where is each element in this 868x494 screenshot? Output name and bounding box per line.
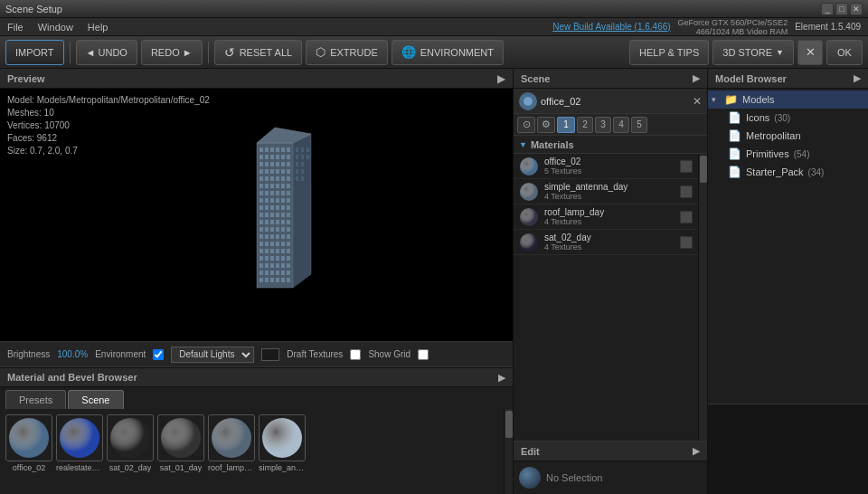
tab-scene[interactable]: Scene (68, 390, 123, 409)
close-window-button[interactable]: ✕ (850, 3, 863, 15)
material-item[interactable]: sat_02_day (107, 414, 154, 489)
material-thumbnail (259, 414, 306, 461)
svg-rect-71 (270, 227, 274, 232)
extrude-label: EXTRUDE (330, 47, 378, 58)
nav-icon-button[interactable]: ⊙ (517, 117, 535, 133)
svg-point-137 (520, 183, 538, 201)
reset-all-button[interactable]: ↺ RESET ALL (214, 40, 303, 65)
right-toolbar: HELP & TIPS 3D STORE ▼ ✕ OK (629, 40, 863, 65)
undo-button[interactable]: ◄ UNDO (76, 40, 137, 65)
store-button[interactable]: 3D STORE ▼ (712, 40, 794, 65)
redo-button[interactable]: REDO ► (141, 40, 203, 65)
grid-checkbox[interactable] (418, 349, 429, 360)
material-row[interactable]: office_025 Textures (514, 154, 698, 179)
material-row[interactable]: simple_antenna_day4 Textures (514, 179, 698, 204)
edit-header: Edit ▶ (514, 442, 707, 461)
tree-label: Icons (746, 112, 769, 123)
tree-count: (30) (774, 113, 790, 123)
svg-rect-34 (265, 184, 269, 188)
new-build-link[interactable]: New Build Available (1.6.466) (552, 22, 670, 32)
svg-rect-126 (301, 169, 304, 174)
svg-rect-53 (270, 205, 274, 210)
material-tabs: Presets Scene (0, 387, 513, 409)
svg-rect-122 (307, 155, 309, 159)
environment-button[interactable]: 🌐 ENVIRONMENT (392, 40, 504, 65)
material-item[interactable]: office_02 (5, 414, 52, 489)
svg-rect-12 (276, 155, 279, 159)
preview-canvas: Model: Models/Metropolitan/Metropolitan/… (0, 89, 513, 341)
menu-items: File Window Help (7, 22, 108, 33)
svg-rect-66 (276, 220, 279, 224)
menu-file[interactable]: File (7, 22, 24, 33)
extrude-button[interactable]: ⬡ EXTRUDE (306, 40, 388, 65)
minimize-button[interactable]: _ (821, 3, 834, 15)
browser-expand-icon[interactable]: ▶ (854, 72, 861, 84)
material-browser-title: Material and Bevel Browser (7, 372, 137, 383)
material-row[interactable]: sat_02_day4 Textures (514, 230, 698, 255)
material-label: roof_lamp_day (208, 463, 255, 472)
folder-icon: 📄 (728, 111, 741, 124)
svg-rect-51 (259, 205, 263, 210)
nav-settings-button[interactable]: ⚙ (537, 117, 555, 133)
preview-expand-icon[interactable]: ▶ (497, 72, 505, 85)
material-item[interactable]: sat_01_day (157, 414, 204, 489)
preview-header: Preview ▶ (0, 69, 513, 89)
tree-item-models[interactable]: ▾📁Models (708, 90, 868, 109)
help-button[interactable]: HELP & TIPS (629, 40, 709, 65)
tree-item-starter_pack[interactable]: 📄Starter_Pack(34) (708, 163, 868, 181)
svg-rect-39 (259, 191, 263, 195)
tree-item-metropolitan[interactable]: 📄Metropolitan (708, 127, 868, 145)
material-item[interactable]: simple_antenr (259, 414, 306, 489)
svg-rect-86 (287, 242, 290, 246)
material-item[interactable]: realestate_sig (56, 414, 103, 489)
material-scrollbar[interactable] (504, 409, 513, 494)
mat-info: simple_antenna_day4 Textures (544, 182, 675, 201)
mat-visibility-button[interactable] (680, 211, 693, 223)
material-thumbnail (157, 414, 204, 461)
tab-presets[interactable]: Presets (5, 390, 66, 409)
close-button[interactable]: ✕ (797, 40, 823, 65)
scene-expand-icon[interactable]: ▶ (693, 72, 700, 84)
menu-window[interactable]: Window (38, 22, 73, 33)
svg-point-131 (110, 418, 150, 458)
preview-section: Preview ▶ Model: Models/Metropolitan/Met… (0, 69, 513, 367)
material-expand-icon[interactable]: ▶ (498, 372, 505, 384)
svg-rect-33 (259, 184, 263, 188)
svg-rect-49 (281, 198, 285, 203)
svg-rect-80 (287, 234, 290, 239)
color-swatch[interactable] (261, 348, 279, 361)
svg-rect-98 (287, 256, 290, 261)
store-label: 3D STORE (722, 47, 772, 58)
mat-visibility-button[interactable] (680, 236, 693, 249)
nav-page-3[interactable]: 3 (595, 117, 611, 133)
tree-item-icons[interactable]: 📄Icons(30) (708, 109, 868, 127)
tree-item-primitives[interactable]: 📄Primitives(54) (708, 145, 868, 163)
svg-rect-58 (265, 213, 269, 217)
meshes-info: Meshes: 10 (7, 107, 210, 119)
environment-checkbox[interactable] (153, 349, 164, 360)
materials-scrollbar[interactable] (698, 154, 707, 441)
edit-expand-icon[interactable]: ▶ (693, 445, 700, 457)
lights-select[interactable]: Default Lights (171, 347, 254, 363)
tree-toggle-icon[interactable]: ▾ (712, 95, 722, 104)
mat-visibility-button[interactable] (680, 160, 693, 173)
tree-count: (34) (808, 167, 825, 177)
material-row[interactable]: roof_lamp_day4 Textures (514, 204, 698, 230)
nav-page-2[interactable]: 2 (577, 117, 593, 133)
material-item[interactable]: roof_lamp_day (208, 414, 255, 489)
svg-rect-23 (270, 169, 274, 174)
ok-button[interactable]: OK (826, 40, 863, 65)
nav-page-5[interactable]: 5 (631, 117, 647, 133)
svg-rect-67 (281, 220, 285, 224)
nav-page-1[interactable]: 1 (557, 117, 575, 133)
scene-close-button[interactable]: ✕ (693, 95, 702, 108)
maximize-button[interactable]: □ (835, 3, 848, 15)
mat-visibility-button[interactable] (680, 185, 693, 198)
import-button[interactable]: IMPORT (5, 40, 64, 65)
nav-page-4[interactable]: 4 (613, 117, 629, 133)
draft-checkbox[interactable] (350, 349, 361, 360)
svg-rect-65 (270, 220, 274, 224)
brightness-value[interactable]: 100.0% (57, 349, 88, 359)
menu-help[interactable]: Help (88, 22, 108, 33)
materials-arrow-icon[interactable]: ▼ (519, 140, 527, 149)
